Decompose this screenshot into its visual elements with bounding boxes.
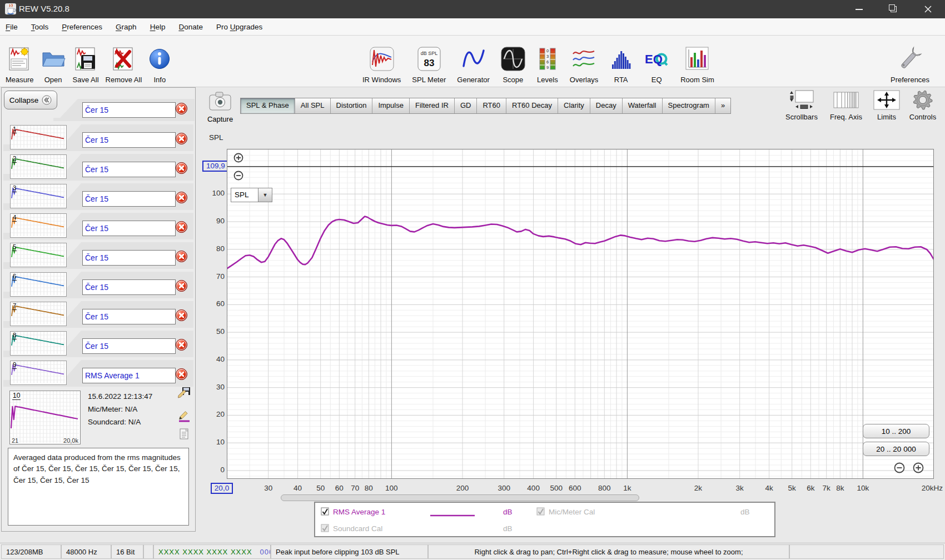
- measurement-name-input[interactable]: [82, 338, 176, 354]
- tab--[interactable]: »: [715, 98, 730, 113]
- measurement-name-input[interactable]: [82, 250, 176, 266]
- menu-preferences[interactable]: Preferences: [62, 23, 102, 31]
- tab-decay[interactable]: Decay: [590, 98, 623, 113]
- menu-tools[interactable]: Tools: [31, 23, 49, 31]
- legend-checkbox-rms[interactable]: [321, 507, 329, 517]
- measurement-row[interactable]: 4: [3, 209, 193, 239]
- tab-gd[interactable]: GD: [455, 98, 478, 113]
- x-zoom-out-button[interactable]: [894, 462, 905, 476]
- ir-windows-button[interactable]: IR Windows: [360, 37, 403, 84]
- measurement-thumbnail[interactable]: 9: [10, 361, 67, 385]
- measurement-row[interactable]: 7: [3, 298, 193, 328]
- legend-checkbox-mic-cal[interactable]: [536, 507, 545, 517]
- measurement-row[interactable]: 2: [3, 151, 193, 181]
- measurement-row[interactable]: 5: [3, 239, 193, 269]
- measurement-row[interactable]: 8: [3, 327, 193, 357]
- menu-donate[interactable]: Donate: [178, 23, 203, 31]
- range-10-200-button[interactable]: 10 .. 200: [863, 424, 929, 438]
- delete-measurement-icon[interactable]: [176, 368, 187, 380]
- measurement-thumbnail[interactable]: 6: [10, 272, 67, 297]
- measurement-notes[interactable]: Averaged data produced from the rms magn…: [8, 448, 189, 526]
- measure-button[interactable]: Measure: [3, 37, 36, 84]
- controls-button[interactable]: Controls: [902, 89, 943, 121]
- measurement-row[interactable]: 9: [3, 357, 193, 387]
- open-button[interactable]: Open: [38, 37, 68, 84]
- freq-axis-button[interactable]: Freq. Axis: [825, 89, 867, 121]
- y-zoom-out-button[interactable]: [233, 171, 243, 183]
- levels-button[interactable]: 0369Levels: [534, 37, 561, 84]
- collapse-button[interactable]: Collapse: [4, 91, 57, 109]
- restore-button[interactable]: [881, 0, 906, 18]
- measurement-name-input[interactable]: [82, 368, 176, 383]
- measurement-thumbnail[interactable]: 5: [10, 243, 67, 267]
- menu-pro-upgrades[interactable]: Pro Upgrades: [216, 23, 262, 31]
- graph-horizontal-scrollbar[interactable]: [281, 494, 639, 501]
- measurement-name-input[interactable]: [82, 191, 176, 207]
- scrollbars-button[interactable]: Scrollbars: [781, 89, 822, 121]
- spl-chart[interactable]: [227, 149, 934, 479]
- x-axis-min-box[interactable]: 20,0: [211, 483, 233, 494]
- measurement-name-input[interactable]: [82, 221, 176, 236]
- save-all-button[interactable]: Save All: [71, 37, 101, 84]
- measurement-name-input[interactable]: [82, 279, 176, 295]
- legend-checkbox-soundcard-cal[interactable]: [321, 524, 329, 534]
- chevron-down-icon[interactable]: ▼: [258, 188, 272, 202]
- measurement-thumbnail[interactable]: 10 21 20,0k: [9, 391, 81, 444]
- legend-label-soundcard-cal: Soundcard Cal: [333, 524, 382, 533]
- delete-measurement-icon[interactable]: [176, 103, 187, 114]
- close-button[interactable]: [915, 0, 941, 18]
- delete-measurement-icon[interactable]: [176, 309, 187, 321]
- java-app-icon: [4, 3, 17, 17]
- room-sim-button[interactable]: Room Sim: [678, 37, 717, 84]
- overlays-button[interactable]: Overlays: [568, 37, 600, 84]
- capture-button[interactable]: Capture: [203, 89, 237, 123]
- x-zoom-in-button[interactable]: [913, 462, 924, 476]
- spl-meter-button[interactable]: dB SPL83SPL Meter: [410, 37, 448, 84]
- tab-impulse[interactable]: Impulse: [372, 98, 410, 113]
- measurement-thumbnail[interactable]: 2: [10, 154, 67, 179]
- measurement-name-input[interactable]: [82, 309, 176, 324]
- y-zoom-in-button[interactable]: [233, 153, 243, 165]
- range-20-20000-button[interactable]: 20 .. 20 000: [863, 442, 929, 456]
- minimize-button[interactable]: [846, 0, 872, 18]
- measurement-row[interactable]: [53, 97, 195, 121]
- measurement-thumbnail[interactable]: 7: [10, 302, 67, 326]
- remove-all-button[interactable]: Remove All: [103, 37, 145, 84]
- delete-measurement-icon[interactable]: [176, 133, 187, 144]
- delete-measurement-icon[interactable]: [176, 339, 187, 351]
- y-tick-label: 70: [183, 272, 225, 282]
- y-axis-max-box[interactable]: 109,9: [202, 161, 229, 172]
- preferences-button[interactable]: Preferences: [888, 37, 932, 84]
- tab-all-spl[interactable]: All SPL: [295, 98, 331, 113]
- tab-distortion[interactable]: Distortion: [331, 98, 373, 113]
- tab-spl-phase[interactable]: SPL & Phase: [241, 98, 295, 113]
- delete-measurement-icon[interactable]: [176, 162, 187, 174]
- rta-button[interactable]: RTA: [607, 37, 635, 84]
- measurement-row[interactable]: 1: [3, 121, 193, 151]
- trace-select-dropdown[interactable]: SPL ▼: [231, 188, 272, 202]
- limits-button[interactable]: Limits: [866, 89, 907, 121]
- measurement-row[interactable]: 6: [3, 268, 193, 298]
- tab-rt60-decay[interactable]: RT60 Decay: [506, 98, 558, 113]
- eq-button[interactable]: EQEQ: [641, 37, 672, 84]
- menu-help[interactable]: Help: [150, 23, 166, 31]
- measurement-thumbnail[interactable]: 3: [10, 184, 67, 208]
- selected-measurement[interactable]: 10 21 20,0k 15.6.2022 12:13:47 Mic/Meter…: [3, 386, 193, 447]
- measurement-thumbnail[interactable]: 8: [10, 331, 67, 356]
- tab-clarity[interactable]: Clarity: [558, 98, 590, 113]
- measurement-name-input[interactable]: [82, 132, 176, 148]
- tab-filtered-ir[interactable]: Filtered IR: [410, 98, 455, 113]
- measurement-name-input[interactable]: [82, 162, 176, 177]
- info-button[interactable]: Info: [146, 37, 173, 84]
- menu-file[interactable]: File: [6, 23, 18, 31]
- measurement-row[interactable]: 3: [3, 180, 193, 210]
- measurement-thumbnail[interactable]: 1: [10, 125, 67, 149]
- generator-button[interactable]: Generator: [455, 37, 492, 84]
- tab-spectrogram[interactable]: Spectrogram: [663, 98, 715, 113]
- tab-rt60[interactable]: RT60: [477, 98, 506, 113]
- menu-graph[interactable]: Graph: [116, 23, 137, 31]
- scope-button[interactable]: Scope: [499, 37, 528, 84]
- measurement-thumbnail[interactable]: 4: [10, 213, 67, 238]
- measurement-name-input[interactable]: [82, 102, 176, 118]
- tab-waterfall[interactable]: Waterfall: [623, 98, 663, 113]
